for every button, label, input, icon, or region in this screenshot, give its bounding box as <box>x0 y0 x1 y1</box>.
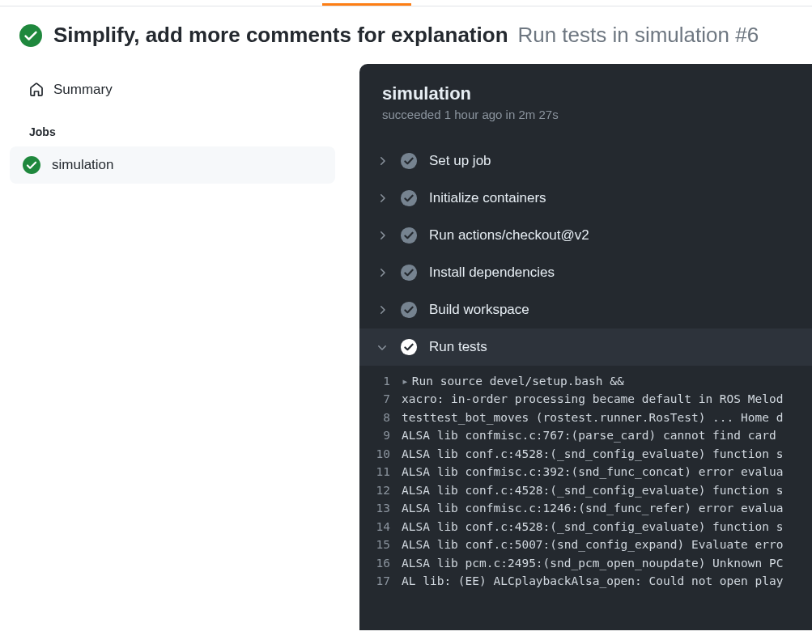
log-line: 8testtest_bot_moves (rostest.runner.RosT… <box>359 409 812 426</box>
chevron-right-icon <box>376 266 389 279</box>
job-item-simulation[interactable]: simulation <box>10 146 335 184</box>
workflow-title: Simplify, add more comments for explanat… <box>53 23 508 47</box>
step-row[interactable]: Run actions/checkout@v2 <box>359 217 812 254</box>
check-circle-icon <box>23 156 40 174</box>
log-line: 15ALSA lib conf.c:5007:(snd_config_expan… <box>359 536 812 553</box>
workflow-run-name: Run tests in simulation #6 <box>517 23 759 47</box>
log-line-number: 8 <box>359 409 402 426</box>
job-status-line: succeeded 1 hour ago in 2m 27s <box>382 108 789 121</box>
step-name: Build workspace <box>429 302 529 318</box>
steps-list: Set up jobInitialize containersRun actio… <box>359 134 812 599</box>
log-line-number: 13 <box>359 499 402 517</box>
check-circle-icon <box>400 227 418 244</box>
log-line: 17AL lib: (EE) ALCplaybackAlsa_open: Cou… <box>359 572 812 590</box>
log-line: 13ALSA lib confmisc.c:1246:(snd_func_ref… <box>359 499 812 517</box>
log-line: 12ALSA lib conf.c:4528:(_snd_config_eval… <box>359 481 812 499</box>
check-circle-icon <box>400 338 418 356</box>
job-title: simulation <box>382 83 789 104</box>
chevron-right-icon <box>376 192 389 205</box>
chevron-right-icon <box>376 229 389 242</box>
step-row[interactable]: Initialize containers <box>359 180 812 217</box>
step-row[interactable]: Run tests <box>359 328 812 366</box>
log-line: 11ALSA lib confmisc.c:392:(snd_func_conc… <box>359 463 812 481</box>
step-row[interactable]: Build workspace <box>359 291 812 328</box>
check-circle-icon <box>400 301 418 319</box>
log-line-number: 14 <box>359 518 402 536</box>
check-circle-icon <box>400 189 418 207</box>
step-name: Install dependencies <box>429 265 555 281</box>
check-circle-icon <box>400 152 418 170</box>
jobs-heading: Jobs <box>19 106 335 146</box>
log-line-text: ALSA lib conf.c:4528:(_snd_config_evalua… <box>402 518 796 536</box>
panel-header: simulation succeeded 1 hour ago in 2m 27… <box>359 83 812 134</box>
summary-link[interactable]: Summary <box>19 74 335 106</box>
home-icon <box>29 83 44 97</box>
workflow-title-wrap: Simplify, add more comments for explanat… <box>53 23 759 48</box>
step-name: Run actions/checkout@v2 <box>429 227 589 244</box>
log-line-number: 7 <box>359 390 402 408</box>
log-line: 16ALSA lib pcm.c:2495:(snd_pcm_open_noup… <box>359 554 812 572</box>
log-line-number: 15 <box>359 536 402 553</box>
sidebar: Summary Jobs simulation <box>19 64 335 630</box>
log-line-text: ALSA lib conf.c:4528:(_snd_config_evalua… <box>402 481 796 499</box>
log-line-text: AL lib: (EE) ALCplaybackAlsa_open: Could… <box>402 572 796 590</box>
log-line-number: 16 <box>359 554 402 572</box>
step-row[interactable]: Install dependencies <box>359 254 812 291</box>
chevron-right-icon <box>376 155 389 167</box>
check-circle-icon <box>400 264 418 282</box>
log-output[interactable]: 1▸Run source devel/setup.bash &&7xacro: … <box>359 366 812 591</box>
log-line: 7xacro: in-order processing became defau… <box>359 390 812 408</box>
summary-label: Summary <box>53 82 113 98</box>
log-line-number: 10 <box>359 445 402 463</box>
job-log-panel: simulation succeeded 1 hour ago in 2m 27… <box>359 64 812 630</box>
log-line-text: ▸Run source devel/setup.bash && <box>402 372 796 390</box>
log-line-text: ALSA lib confmisc.c:767:(parse_card) can… <box>402 426 796 444</box>
log-line-text: ALSA lib confmisc.c:392:(snd_func_concat… <box>402 463 796 481</box>
log-line-number: 17 <box>359 572 402 590</box>
active-tab-indicator <box>322 3 411 6</box>
step-name: Run tests <box>429 339 487 355</box>
log-line-text: ALSA lib conf.c:4528:(_snd_config_evalua… <box>402 445 796 463</box>
check-circle-icon <box>19 24 42 47</box>
log-line-text: testtest_bot_moves (rostest.runner.RosTe… <box>402 409 796 426</box>
svg-point-1 <box>23 156 40 174</box>
svg-point-0 <box>19 24 42 47</box>
log-line-text: ALSA lib conf.c:5007:(snd_config_expand)… <box>402 536 796 553</box>
log-line-number: 11 <box>359 463 402 481</box>
log-line: 9ALSA lib confmisc.c:767:(parse_card) ca… <box>359 426 812 444</box>
job-name: simulation <box>52 157 114 173</box>
log-line: 10ALSA lib conf.c:4528:(_snd_config_eval… <box>359 445 812 463</box>
step-name: Set up job <box>429 153 491 169</box>
log-line-text: ALSA lib confmisc.c:1246:(snd_func_refer… <box>402 499 796 517</box>
log-line: 1▸Run source devel/setup.bash && <box>359 372 812 390</box>
workflow-header: Simplify, add more comments for explanat… <box>0 6 812 64</box>
chevron-down-icon <box>376 341 389 354</box>
log-line-number: 12 <box>359 481 402 499</box>
caret-right-icon: ▸ <box>402 372 409 390</box>
log-line-text: ALSA lib pcm.c:2495:(snd_pcm_open_noupda… <box>402 554 796 572</box>
top-tab-border <box>0 0 812 6</box>
chevron-right-icon <box>376 303 389 316</box>
log-line-text: xacro: in-order processing became defaul… <box>402 390 796 408</box>
step-row[interactable]: Set up job <box>359 142 812 180</box>
step-name: Initialize containers <box>429 190 546 206</box>
log-line: 14ALSA lib conf.c:4528:(_snd_config_eval… <box>359 518 812 536</box>
log-line-number: 1 <box>359 372 402 390</box>
log-line-number: 9 <box>359 426 402 444</box>
